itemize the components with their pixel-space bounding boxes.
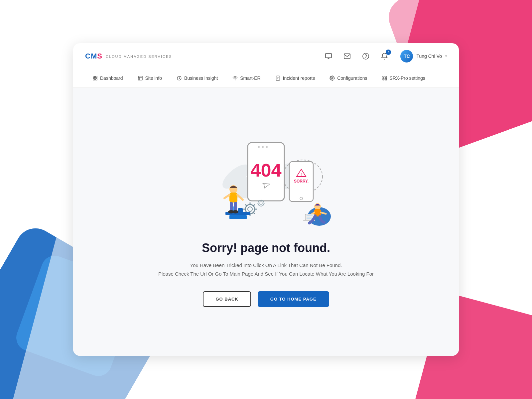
main-card: CMS CLOUD MANAGED SERVICES [73, 43, 459, 356]
svg-rect-14 [385, 76, 387, 77]
svg-point-28 [266, 146, 268, 148]
error-illustration: 404 ! SORRY. [196, 137, 336, 231]
svg-point-27 [262, 146, 264, 148]
logo-subtitle: CLOUD MANAGED SERVICES [106, 55, 172, 59]
nav-item-smart-er[interactable]: Smart-ER [225, 69, 268, 87]
nav-label-dashboard: Dashboard [100, 75, 123, 81]
error-description: You Have Been Tricked Into Click On A Li… [158, 261, 374, 278]
header: CMS CLOUD MANAGED SERVICES [73, 43, 459, 69]
help-icon [362, 53, 369, 60]
wifi-icon [232, 75, 238, 81]
svg-rect-16 [385, 77, 387, 78]
error-title: Sorry! page not found. [202, 241, 330, 255]
button-row: GO BACK GO TO HOME PAGE [203, 291, 329, 307]
svg-line-45 [253, 204, 255, 206]
nav-label-incident-reports: Incident reports [283, 75, 315, 81]
nav-item-configurations[interactable]: Configurations [322, 69, 374, 87]
srx-icon [382, 75, 387, 81]
svg-rect-8 [138, 76, 142, 80]
illustration-svg: 404 ! SORRY. [196, 137, 336, 230]
svg-rect-54 [229, 215, 247, 219]
svg-rect-4 [93, 76, 95, 78]
svg-text:!: ! [301, 173, 302, 176]
doc-icon [275, 75, 281, 81]
svg-rect-11 [276, 76, 280, 80]
chart-icon [177, 75, 182, 81]
nav-item-site-info[interactable]: Site info [130, 69, 170, 87]
logo: CMS [85, 52, 102, 61]
nav-label-business-insight: Business insight [184, 75, 218, 81]
svg-rect-13 [383, 76, 384, 77]
nav-label-smart-er: Smart-ER [240, 75, 260, 81]
svg-line-59 [224, 195, 229, 198]
svg-rect-0 [326, 53, 332, 58]
logo-area: CMS CLOUD MANAGED SERVICES [85, 52, 172, 61]
notification-button[interactable]: 3 [378, 50, 390, 62]
svg-rect-5 [95, 76, 97, 78]
svg-point-48 [260, 202, 262, 204]
svg-point-10 [235, 79, 235, 80]
nav-item-srx-pro-settings[interactable]: SRX-Pro settings [375, 69, 433, 87]
nav-label-site-info: Site info [145, 75, 162, 81]
avatar: TC [400, 50, 413, 63]
go-home-button[interactable]: GO TO HOME PAGE [258, 291, 329, 307]
header-icons: 3 TC Tung Chi Vo ▾ [323, 50, 447, 63]
svg-rect-18 [385, 79, 387, 80]
svg-rect-6 [93, 78, 95, 80]
nav-item-business-insight[interactable]: Business insight [169, 69, 225, 87]
svg-point-26 [258, 146, 260, 148]
svg-point-12 [332, 77, 333, 79]
svg-text:404: 404 [250, 160, 281, 181]
svg-point-2 [363, 53, 369, 59]
logo-text: CMS [85, 52, 102, 60]
nav-bar: Dashboard Site info Business insight [73, 69, 459, 88]
svg-line-43 [245, 204, 247, 206]
content-area: 404 ! SORRY. [73, 88, 459, 356]
notification-badge: 3 [386, 50, 391, 55]
svg-rect-7 [95, 78, 97, 80]
svg-point-3 [366, 58, 366, 58]
svg-rect-56 [238, 208, 243, 212]
nav-item-dashboard[interactable]: Dashboard [85, 69, 130, 87]
svg-rect-15 [383, 77, 384, 78]
building-icon [138, 75, 143, 81]
nav-label-srx-pro-settings: SRX-Pro settings [390, 75, 425, 81]
screen-button[interactable] [323, 50, 334, 62]
error-line1: You Have Been Tricked Into Click On A Li… [158, 261, 374, 270]
error-line2: Please Check The Url Or Go To Main Page … [158, 270, 374, 278]
svg-rect-17 [383, 79, 384, 80]
svg-point-64 [232, 210, 238, 213]
mail-icon [343, 53, 351, 60]
chevron-down-icon: ▾ [445, 54, 447, 58]
help-button[interactable] [360, 50, 372, 62]
nav-label-configurations: Configurations [337, 75, 367, 81]
svg-text:SORRY.: SORRY. [294, 179, 309, 184]
user-name: Tung Chi Vo [416, 54, 442, 59]
dashboard-icon [92, 75, 98, 81]
user-menu[interactable]: TC Tung Chi Vo ▾ [400, 50, 447, 63]
screen-icon [325, 53, 332, 60]
mail-button[interactable] [341, 50, 353, 62]
configurations-icon [330, 75, 335, 81]
svg-point-38 [248, 207, 252, 211]
svg-rect-58 [229, 193, 237, 202]
svg-line-44 [253, 212, 255, 214]
go-back-button[interactable]: GO BACK [203, 291, 251, 307]
nav-item-incident-reports[interactable]: Incident reports [268, 69, 323, 87]
